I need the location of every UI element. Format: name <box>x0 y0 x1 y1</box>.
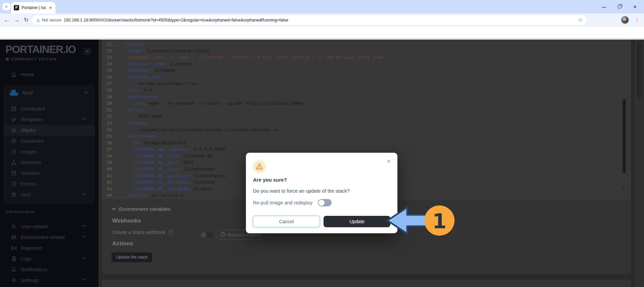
code-text: TZ: Europe/Bucharest <box>118 140 186 146</box>
code-text: LISTMONK_db__password: listmonkpass <box>118 173 225 179</box>
code-line-23[interactable]: 23#command: [sh, -c, "yes | ./listmonk -… <box>102 54 631 61</box>
code-line-24[interactable]: 24container_name: Listmonk <box>102 61 631 67</box>
close-window-button[interactable]: ✕ <box>627 0 643 13</box>
line-number: 31 <box>102 107 112 113</box>
repull-toggle[interactable] <box>318 199 332 206</box>
line-number: 35 <box>102 133 112 140</box>
sidebar-item-stacks[interactable]: Stacks <box>3 125 95 136</box>
repull-label: Re-pull image and redeploy <box>253 200 312 205</box>
code-line-32[interactable]: 32- 9192:9000 <box>102 113 631 120</box>
sidebar-item-templates[interactable]: Templates <box>3 114 95 125</box>
sidebar-item-label: Images <box>21 149 37 154</box>
code-line-27[interactable]: 27- no-new-privileges:true <box>102 80 631 87</box>
create-webhook-row: Create a Stack webhook ? <box>112 230 173 235</box>
help-icon[interactable]: ? <box>168 230 173 235</box>
code-line-25[interactable]: 25hostname: listmonk <box>102 67 631 74</box>
code-text: security_opt: <box>118 74 162 81</box>
environment-variables-section[interactable]: Environment variables <box>112 206 170 212</box>
line-number: 27 <box>102 80 112 87</box>
line-number: 21 <box>102 41 112 48</box>
sidebar-item-home[interactable]: Home <box>0 69 98 80</box>
page-top-gap <box>0 27 644 38</box>
toggle-knob <box>318 200 325 206</box>
page-scrollbar-thumb[interactable] <box>637 41 643 98</box>
back-button[interactable]: ← <box>2 13 12 27</box>
sidebar-item-label: Dashboard <box>21 106 45 111</box>
sidebar-item-images[interactable]: Images <box>3 146 95 157</box>
cancel-button[interactable]: Cancel <box>253 216 320 227</box>
code-line-31[interactable]: 31▾ports: <box>102 107 631 113</box>
update-button[interactable]: Update <box>324 216 390 227</box>
sidebar-item-volumes[interactable]: Volumes <box>3 168 95 179</box>
code-line-30[interactable]: 30test: wget --no-verbose --tries=1 --sp… <box>102 100 631 107</box>
docker-whale-icon <box>9 89 18 96</box>
tab-title: Portainer | local <box>22 5 46 10</box>
repull-row: Re-pull image and redeploy <box>253 199 332 206</box>
forward-button[interactable]: → <box>12 13 22 27</box>
tab-close-icon[interactable]: ✕ <box>48 6 53 10</box>
environment-box: local ✕ DashboardTemplatesStacksContaine… <box>3 85 95 204</box>
sidebar-item-host[interactable]: Host <box>3 189 95 200</box>
code-line-36[interactable]: 36TZ: Europe/Bucharest <box>102 140 631 146</box>
edition-row: COMMUNITY EDITION <box>6 57 57 61</box>
code-text: restart: on-failure:5 <box>118 192 183 199</box>
restore-button[interactable] <box>612 0 627 13</box>
code-text: - /volume1/docker/listmonk/uploads:/list… <box>118 127 278 133</box>
refresh-button[interactable]: ↻ <box>21 13 31 27</box>
warning-badge <box>252 159 266 174</box>
create-webhook-toggle[interactable] <box>200 231 213 238</box>
sidebar-item-notifications[interactable]: Notifications <box>0 264 98 275</box>
environment-close-icon[interactable]: ✕ <box>84 90 88 95</box>
images-icon <box>11 149 17 155</box>
sidebar-item-logs[interactable]: Logs <box>0 253 98 264</box>
sidebar-item-registries[interactable]: Registries <box>0 243 98 253</box>
code-line-37[interactable]: 37LISTMONK_app__address: 0.0.0.0:9000 <box>102 146 631 153</box>
code-text: LISTMONK_db__host: listmonk-db <box>118 153 212 159</box>
editor-scrollbar-thumb[interactable] <box>622 99 626 173</box>
sidebar-item-dashboard[interactable]: Dashboard <box>3 103 95 114</box>
bookmark-star-icon[interactable]: ☆ <box>578 17 583 23</box>
browser-tab[interactable]: P Portainer | local ✕ <box>11 2 55 13</box>
sidebar-item-events[interactable]: Events <box>3 179 95 189</box>
code-line-26[interactable]: 26▾security_opt: <box>102 74 631 81</box>
code-line-33[interactable]: 33▾volumes: <box>102 120 631 127</box>
home-icon <box>11 71 17 78</box>
tab-search-button[interactable]: v <box>2 3 10 10</box>
sidebar-item-containers[interactable]: Containers <box>3 136 95 146</box>
profile-avatar[interactable] <box>621 16 629 24</box>
url-bar[interactable]: ⚠ Not secure 192.168.1.18:9000/#!/2/dock… <box>32 15 587 25</box>
code-text: volumes: <box>118 120 149 127</box>
editor-scroll-down-icon[interactable]: ▼ <box>622 186 626 190</box>
page-scrollbar[interactable] <box>635 40 644 287</box>
not-secure-chip[interactable]: ⚠ Not secure <box>36 18 61 23</box>
line-number: 22 <box>102 48 112 54</box>
sidebar-item-networks[interactable]: Networks <box>3 157 95 168</box>
minimize-button[interactable]: — <box>596 0 612 13</box>
modal-close-icon[interactable]: ✕ <box>386 158 391 164</box>
sidebar-collapse-button[interactable]: « <box>84 48 91 55</box>
code-text: listmonk: <box>118 41 146 48</box>
confirm-modal: ✕ Are you sure? Do you want to force an … <box>246 153 397 233</box>
line-number: 25 <box>102 67 112 74</box>
browser-menu-icon[interactable]: ⋮ <box>634 13 641 27</box>
sidebar-item-settings[interactable]: Settings <box>0 275 98 286</box>
code-line-29[interactable]: 29▾healthcheck: <box>102 94 631 100</box>
actions-title: Actions <box>112 240 133 247</box>
line-number: 32 <box>102 113 112 120</box>
code-line-35[interactable]: 35▾environment: <box>102 133 631 140</box>
code-line-28[interactable]: 28user: 0:0 <box>102 87 631 94</box>
sidebar-item-user-related[interactable]: User-related <box>0 221 98 232</box>
url-text[interactable]: 192.168.1.18:9000/#!/2/docker/stacks/lis… <box>64 18 576 22</box>
update-the-stack-button[interactable]: Update the stack <box>112 252 152 262</box>
line-number: 38 <box>102 153 112 159</box>
edition-square-icon <box>6 58 9 61</box>
networks-icon <box>11 159 17 165</box>
code-line-21[interactable]: 21▾listmonk: <box>102 41 631 48</box>
line-number: 39 <box>102 159 112 166</box>
code-line-34[interactable]: 34- /volume1/docker/listmonk/uploads:/li… <box>102 127 631 133</box>
sidebar-item-label: Volumes <box>21 171 40 176</box>
administration-label: Administration <box>6 209 35 214</box>
environment-row-local[interactable]: local ✕ <box>3 85 95 100</box>
sidebar-item-environment-related[interactable]: Environment-related <box>0 232 98 243</box>
code-line-22[interactable]: 22image: listmonk/listmonk:latest <box>102 48 631 54</box>
